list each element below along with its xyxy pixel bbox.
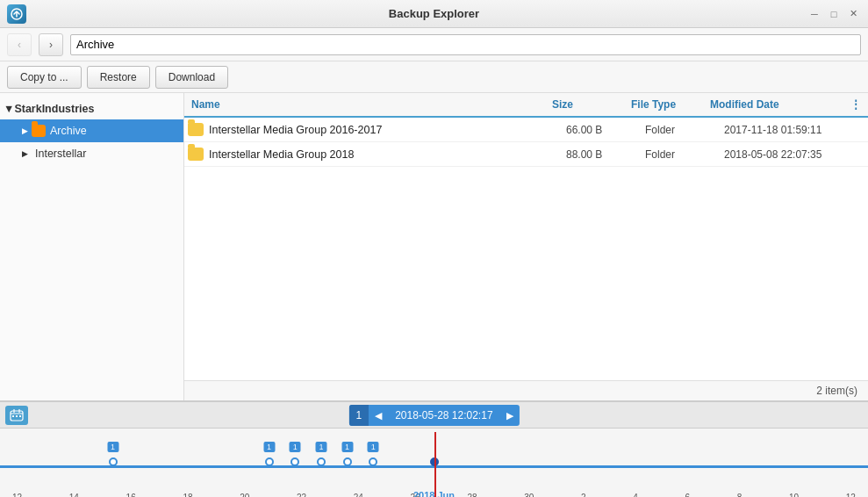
timeline-date-display: 2018-05-28 12:02:17 — [388, 409, 499, 421]
timeline-current-marker — [434, 432, 436, 497]
file-list: Name Size File Type Modified Date ⋮ Inte… — [184, 93, 868, 400]
file-date: 2017-11-18 01:59:11 — [724, 124, 864, 136]
file-name: Interstellar Media Group 2018 — [209, 148, 566, 161]
collapse-arrow: ▼ — [4, 103, 14, 115]
restore-button[interactable]: Restore — [87, 66, 150, 89]
file-date: 2018-05-08 22:07:35 — [724, 148, 864, 161]
timeline-dot-wrapper: 1 — [343, 457, 352, 466]
file-size: 88.00 B — [566, 148, 645, 161]
sidebar-item-interstellar[interactable]: ▶ Interstellar — [0, 142, 183, 165]
sidebar-item-archive[interactable]: ▶ Archive — [0, 119, 183, 142]
timeline-dot[interactable] — [369, 457, 377, 466]
table-row[interactable]: Interstellar Media Group 2018 88.00 B Fo… — [184, 142, 868, 167]
timeline-dot-badge: 1 — [368, 442, 379, 452]
archive-arrow: ▶ — [18, 124, 32, 138]
svg-rect-7 — [19, 415, 21, 417]
download-button[interactable]: Download — [155, 66, 228, 89]
timeline-dot[interactable] — [317, 457, 326, 466]
sidebar: ▼ StarkIndustries ▶ Archive ▶ Interstell… — [0, 93, 184, 400]
toolbar: ‹ › — [0, 28, 868, 61]
file-list-header: Name Size File Type Modified Date ⋮ — [184, 93, 868, 118]
timeline-dot-wrapper: 1 — [265, 457, 274, 466]
maximize-button[interactable]: □ — [826, 6, 842, 22]
main-content: ▼ StarkIndustries ▶ Archive ▶ Interstell… — [0, 93, 868, 400]
timeline: 1 ◀ 2018-05-28 12:02:17 ▶ 111111 1214161… — [0, 400, 868, 497]
col-header-name[interactable]: Name — [188, 98, 549, 111]
calendar-icon — [5, 406, 28, 425]
timeline-label: 16 — [126, 493, 136, 497]
timeline-dot[interactable] — [343, 457, 352, 466]
timeline-label: 12 — [846, 493, 856, 497]
sidebar-interstellar-label: Interstellar — [35, 148, 86, 160]
sidebar-root-label: StarkIndustries — [14, 103, 94, 115]
close-button[interactable]: ✕ — [845, 6, 861, 22]
timeline-label: 12 — [12, 493, 22, 497]
timeline-dot[interactable] — [265, 457, 274, 466]
file-size: 66.00 B — [566, 124, 645, 136]
file-folder-icon — [188, 148, 204, 161]
col-header-type[interactable]: File Type — [628, 98, 707, 111]
forward-button[interactable]: › — [39, 33, 63, 56]
file-name: Interstellar Media Group 2016-2017 — [209, 124, 566, 136]
timeline-dot-wrapper: 1 — [317, 457, 326, 466]
timeline-label: 30 — [524, 493, 534, 497]
timeline-label: 24 — [354, 493, 363, 497]
table-row[interactable]: Interstellar Media Group 2016-2017 66.00… — [184, 118, 868, 142]
svg-rect-6 — [16, 415, 18, 417]
timeline-nav-number: 1 — [348, 405, 369, 426]
timeline-dot-badge: 1 — [290, 442, 301, 452]
window-controls: ─ □ ✕ — [807, 6, 861, 22]
timeline-prev-button[interactable]: ◀ — [369, 405, 388, 426]
timeline-label: 6 — [685, 493, 690, 497]
timeline-next-button[interactable]: ▶ — [500, 405, 520, 426]
timeline-label: 2 — [581, 493, 586, 497]
timeline-dot-badge: 1 — [107, 442, 118, 452]
svg-rect-5 — [12, 415, 14, 417]
sidebar-archive-label: Archive — [50, 125, 87, 137]
timeline-dot-badge: 1 — [315, 442, 326, 452]
timeline-nav: 1 ◀ 2018-05-28 12:02:17 ▶ — [348, 405, 519, 426]
window-title: Backup Explorer — [389, 7, 479, 20]
copy-to-button[interactable]: Copy to ... — [7, 66, 82, 89]
timeline-dot-badge: 1 — [263, 442, 275, 452]
items-count: 2 item(s) — [184, 380, 868, 400]
timeline-label: 10 — [789, 493, 799, 497]
title-bar: Backup Explorer ─ □ ✕ — [0, 0, 868, 28]
app-icon — [7, 4, 26, 24]
archive-folder-icon — [32, 125, 46, 137]
timeline-label: 18 — [183, 493, 192, 497]
col-header-more: ⋮ — [847, 98, 864, 111]
timeline-dot[interactable] — [109, 457, 118, 466]
interstellar-arrow: ▶ — [18, 147, 32, 161]
timeline-dot-badge: 1 — [341, 442, 353, 452]
timeline-track: 111111 1214161820222426283024681012 2018… — [0, 432, 868, 497]
address-bar[interactable] — [70, 34, 861, 55]
timeline-dot-wrapper: 1 — [369, 457, 377, 466]
timeline-dot-wrapper: 1 — [109, 457, 118, 466]
col-header-date[interactable]: Modified Date — [707, 98, 847, 111]
timeline-label: 22 — [297, 493, 306, 497]
timeline-dot-wrapper: 1 — [291, 457, 299, 466]
title-bar-left — [7, 4, 26, 24]
minimize-button[interactable]: ─ — [807, 6, 822, 22]
timeline-label: 4 — [633, 493, 638, 497]
timeline-label: 28 — [467, 493, 477, 497]
sidebar-root[interactable]: ▼ StarkIndustries — [0, 98, 183, 119]
timeline-label: 14 — [69, 493, 79, 497]
timeline-dot[interactable] — [291, 457, 299, 466]
col-header-size[interactable]: Size — [549, 98, 628, 111]
file-list-body: Interstellar Media Group 2016-2017 66.00… — [184, 118, 868, 380]
file-folder-icon — [188, 123, 204, 136]
timeline-label: 20 — [240, 493, 249, 497]
file-type: Folder — [645, 124, 724, 136]
back-button[interactable]: ‹ — [7, 33, 32, 56]
file-type: Folder — [645, 148, 724, 161]
timeline-label: 8 — [737, 493, 742, 497]
action-bar: Copy to ... Restore Download — [0, 61, 868, 93]
